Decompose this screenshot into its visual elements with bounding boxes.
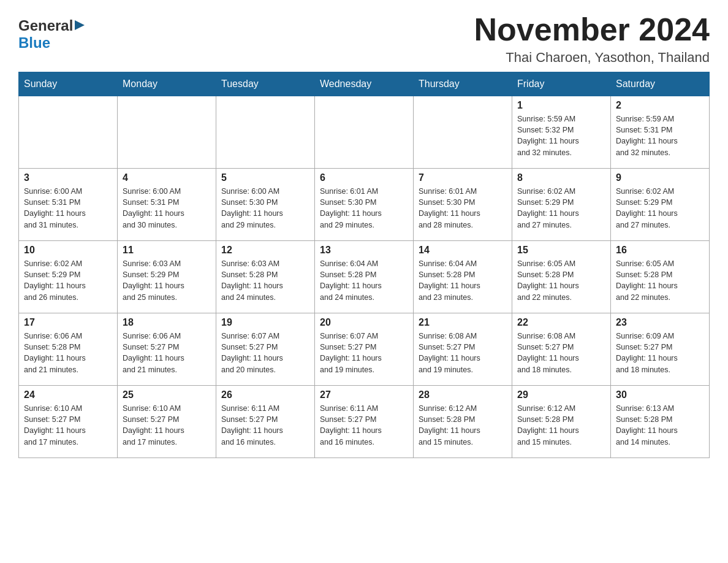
calendar-week-row: 24Sunrise: 6:10 AMSunset: 5:27 PMDayligh… [19,386,710,458]
calendar-cell: 4Sunrise: 6:00 AMSunset: 5:31 PMDaylight… [118,169,216,241]
day-info: Sunrise: 6:07 AMSunset: 5:27 PMDaylight:… [320,331,408,375]
day-number: 22 [517,317,605,328]
calendar-cell: 14Sunrise: 6:04 AMSunset: 5:28 PMDayligh… [414,241,512,313]
day-info: Sunrise: 6:04 AMSunset: 5:28 PMDaylight:… [419,258,507,303]
calendar-cell: 18Sunrise: 6:06 AMSunset: 5:27 PMDayligh… [118,313,216,386]
day-number: 20 [320,317,408,328]
calendar-cell [414,96,512,169]
day-header-sunday: Sunday [19,72,118,96]
day-info: Sunrise: 6:08 AMSunset: 5:27 PMDaylight:… [419,331,507,375]
day-number: 5 [221,172,309,183]
calendar-cell: 5Sunrise: 6:00 AMSunset: 5:30 PMDaylight… [216,169,315,241]
calendar-cell: 1Sunrise: 5:59 AMSunset: 5:32 PMDaylight… [512,96,611,169]
calendar-header: SundayMondayTuesdayWednesdayThursdayFrid… [19,72,710,96]
day-info: Sunrise: 6:06 AMSunset: 5:27 PMDaylight:… [123,331,211,375]
day-info: Sunrise: 6:02 AMSunset: 5:29 PMDaylight:… [517,186,605,231]
day-number: 9 [616,172,704,183]
day-info: Sunrise: 6:03 AMSunset: 5:28 PMDaylight:… [221,258,309,303]
calendar-cell [315,96,414,169]
day-info: Sunrise: 6:11 AMSunset: 5:27 PMDaylight:… [221,403,309,448]
day-info: Sunrise: 6:07 AMSunset: 5:27 PMDaylight:… [221,331,309,375]
calendar-cell: 27Sunrise: 6:11 AMSunset: 5:27 PMDayligh… [315,386,414,458]
location-subtitle: Thai Charoen, Yasothon, Thailand [474,50,710,66]
calendar-cell: 9Sunrise: 6:02 AMSunset: 5:29 PMDaylight… [611,169,710,241]
day-info: Sunrise: 6:13 AMSunset: 5:28 PMDaylight:… [616,403,704,448]
day-number: 2 [616,100,704,111]
day-info: Sunrise: 6:12 AMSunset: 5:28 PMDaylight:… [419,403,507,448]
calendar-cell: 17Sunrise: 6:06 AMSunset: 5:28 PMDayligh… [19,313,118,386]
calendar-week-row: 1Sunrise: 5:59 AMSunset: 5:32 PMDaylight… [19,96,710,169]
day-info: Sunrise: 6:00 AMSunset: 5:31 PMDaylight:… [24,186,112,231]
days-header-row: SundayMondayTuesdayWednesdayThursdayFrid… [19,72,710,96]
calendar-cell: 25Sunrise: 6:10 AMSunset: 5:27 PMDayligh… [118,386,216,458]
day-number: 11 [123,245,211,256]
day-number: 25 [123,389,211,400]
day-number: 18 [123,317,211,328]
day-number: 15 [517,245,605,256]
day-number: 29 [517,389,605,400]
logo-blue-text: Blue [18,34,50,51]
logo-general-text: General [18,17,73,34]
day-header-wednesday: Wednesday [315,72,414,96]
calendar-cell: 26Sunrise: 6:11 AMSunset: 5:27 PMDayligh… [216,386,315,458]
logo-arrow-icon [75,20,85,33]
day-info: Sunrise: 6:08 AMSunset: 5:27 PMDaylight:… [517,331,605,375]
day-header-friday: Friday [512,72,611,96]
calendar-cell: 20Sunrise: 6:07 AMSunset: 5:27 PMDayligh… [315,313,414,386]
day-number: 10 [24,245,112,256]
calendar-cell: 15Sunrise: 6:05 AMSunset: 5:28 PMDayligh… [512,241,611,313]
calendar-cell: 6Sunrise: 6:01 AMSunset: 5:30 PMDaylight… [315,169,414,241]
day-number: 30 [616,389,704,400]
day-info: Sunrise: 6:12 AMSunset: 5:28 PMDaylight:… [517,403,605,448]
day-number: 6 [320,172,408,183]
calendar-cell: 29Sunrise: 6:12 AMSunset: 5:28 PMDayligh… [512,386,611,458]
day-info: Sunrise: 6:09 AMSunset: 5:27 PMDaylight:… [616,331,704,375]
day-info: Sunrise: 5:59 AMSunset: 5:31 PMDaylight:… [616,113,704,158]
day-header-saturday: Saturday [611,72,710,96]
calendar-week-row: 10Sunrise: 6:02 AMSunset: 5:29 PMDayligh… [19,241,710,313]
day-number: 16 [616,245,704,256]
day-number: 12 [221,245,309,256]
month-title: November 2024 [474,12,710,47]
calendar-cell: 12Sunrise: 6:03 AMSunset: 5:28 PMDayligh… [216,241,315,313]
calendar-cell: 3Sunrise: 6:00 AMSunset: 5:31 PMDaylight… [19,169,118,241]
calendar-table: SundayMondayTuesdayWednesdayThursdayFrid… [18,72,710,458]
calendar-body: 1Sunrise: 5:59 AMSunset: 5:32 PMDaylight… [19,96,710,458]
day-info: Sunrise: 6:04 AMSunset: 5:28 PMDaylight:… [320,258,408,303]
day-info: Sunrise: 5:59 AMSunset: 5:32 PMDaylight:… [517,113,605,158]
day-number: 4 [123,172,211,183]
calendar-cell [118,96,216,169]
day-info: Sunrise: 6:00 AMSunset: 5:30 PMDaylight:… [221,186,309,231]
calendar-cell: 28Sunrise: 6:12 AMSunset: 5:28 PMDayligh… [414,386,512,458]
calendar-cell: 16Sunrise: 6:05 AMSunset: 5:28 PMDayligh… [611,241,710,313]
day-info: Sunrise: 6:02 AMSunset: 5:29 PMDaylight:… [24,258,112,303]
day-number: 23 [616,317,704,328]
day-info: Sunrise: 6:05 AMSunset: 5:28 PMDaylight:… [616,258,704,303]
day-number: 13 [320,245,408,256]
day-header-tuesday: Tuesday [216,72,315,96]
day-info: Sunrise: 6:00 AMSunset: 5:31 PMDaylight:… [123,186,211,231]
calendar-cell: 24Sunrise: 6:10 AMSunset: 5:27 PMDayligh… [19,386,118,458]
day-info: Sunrise: 6:05 AMSunset: 5:28 PMDaylight:… [517,258,605,303]
calendar-cell: 2Sunrise: 5:59 AMSunset: 5:31 PMDaylight… [611,96,710,169]
calendar-cell [216,96,315,169]
page-header: General Blue November 2024 Thai Charoen,… [18,12,710,66]
calendar-cell: 19Sunrise: 6:07 AMSunset: 5:27 PMDayligh… [216,313,315,386]
calendar-cell: 30Sunrise: 6:13 AMSunset: 5:28 PMDayligh… [611,386,710,458]
calendar-cell: 8Sunrise: 6:02 AMSunset: 5:29 PMDaylight… [512,169,611,241]
day-header-thursday: Thursday [414,72,512,96]
logo: General Blue [18,17,85,52]
calendar-cell: 23Sunrise: 6:09 AMSunset: 5:27 PMDayligh… [611,313,710,386]
day-number: 26 [221,389,309,400]
day-header-monday: Monday [118,72,216,96]
calendar-week-row: 17Sunrise: 6:06 AMSunset: 5:28 PMDayligh… [19,313,710,386]
day-info: Sunrise: 6:01 AMSunset: 5:30 PMDaylight:… [419,186,507,231]
day-info: Sunrise: 6:02 AMSunset: 5:29 PMDaylight:… [616,186,704,231]
day-number: 1 [517,100,605,111]
day-number: 19 [221,317,309,328]
title-block: November 2024 Thai Charoen, Yasothon, Th… [474,12,710,66]
day-number: 7 [419,172,507,183]
day-number: 24 [24,389,112,400]
calendar-cell: 22Sunrise: 6:08 AMSunset: 5:27 PMDayligh… [512,313,611,386]
calendar-cell [19,96,118,169]
